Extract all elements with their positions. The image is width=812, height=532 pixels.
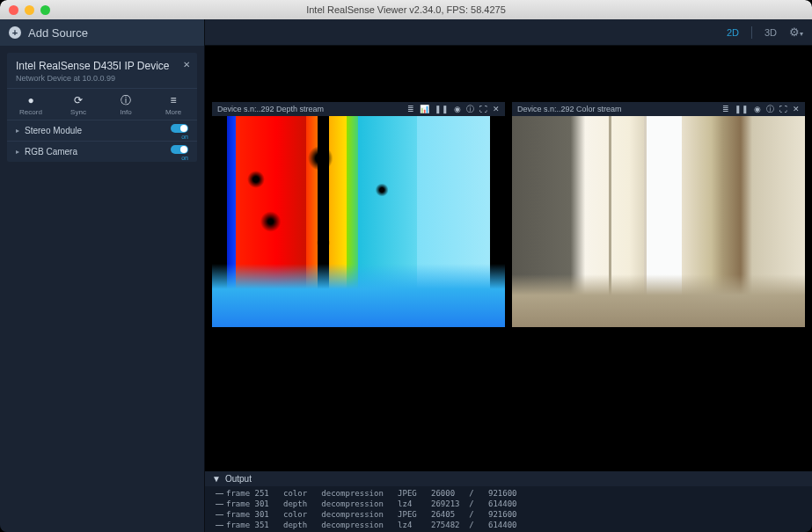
output-header[interactable]: ▼ Output: [205, 471, 812, 486]
minus-icon: —: [216, 499, 223, 508]
output-row: —frame 251 color decompression JPEG 2600…: [205, 488, 812, 499]
device-subtitle: Network Device at 10.0.0.99: [16, 74, 188, 83]
record-label: Record: [7, 108, 55, 116]
stream-toggle[interactable]: [171, 145, 188, 154]
window-titlebar: Intel RealSense Viewer v2.34.0, FPS: 58.…: [0, 0, 812, 19]
more-button[interactable]: ≡ More: [150, 89, 197, 120]
view-2d-button[interactable]: 2D: [723, 26, 743, 40]
output-title: Output: [225, 474, 252, 484]
sync-button[interactable]: ⟳ Sync: [55, 89, 102, 120]
output-row: —frame 301 color decompression JPEG 2640…: [205, 509, 812, 520]
window-zoom-button[interactable]: [40, 5, 50, 15]
topbar: 2D 3D ⚙▾: [205, 19, 812, 46]
add-source-button[interactable]: + Add Source: [0, 19, 204, 46]
record-button[interactable]: ● Record: [7, 89, 55, 120]
stream-toggle[interactable]: [171, 124, 188, 133]
settings-button[interactable]: ⚙▾: [789, 26, 803, 39]
info-icon[interactable]: ⓘ: [466, 104, 474, 115]
list-icon[interactable]: ≣: [722, 105, 729, 113]
device-card: Intel RealSense D435I IP Device Network …: [7, 53, 197, 162]
device-close-button[interactable]: ✕: [183, 60, 190, 69]
minus-icon: —: [216, 489, 223, 498]
color-stream-panel: Device s.n:..292 Color stream ≣ ❚❚ ◉ ⓘ ⛶…: [512, 116, 805, 327]
output-row: —frame 351 depth decompression lz4 27548…: [205, 520, 812, 530]
sidebar: + Add Source Intel RealSense D435I IP De…: [0, 19, 205, 532]
stream-toggle-state: on: [181, 134, 188, 140]
record-icon: ●: [7, 94, 55, 106]
divider: [751, 26, 752, 39]
chevron-right-icon: ▸: [16, 127, 19, 135]
view-3d-button[interactable]: 3D: [761, 26, 780, 40]
color-stream-canvas[interactable]: [512, 116, 805, 327]
chevron-right-icon: ▸: [16, 148, 19, 156]
fullscreen-icon[interactable]: ⛶: [779, 105, 787, 113]
sync-label: Sync: [55, 108, 102, 116]
more-icon: ≡: [150, 94, 197, 106]
info-icon[interactable]: ⓘ: [766, 104, 774, 115]
depth-stream-title: Device s.n:..292 Depth stream: [217, 105, 402, 113]
list-icon[interactable]: ≣: [407, 105, 414, 113]
pause-icon[interactable]: ❚❚: [735, 105, 749, 113]
info-icon: ⓘ: [102, 94, 150, 106]
close-icon[interactable]: ✕: [493, 105, 500, 113]
depth-stream-panel: Device s.n:..292 Depth stream ≣ 📊 ❚❚ ◉ ⓘ…: [212, 116, 505, 327]
info-label: Info: [102, 108, 150, 116]
stream-stereo-module[interactable]: ▸ Stereo Module on: [7, 120, 197, 141]
stream-rgb-camera[interactable]: ▸ RGB Camera on: [7, 141, 197, 162]
pause-icon[interactable]: ❚❚: [435, 105, 449, 113]
chevron-down-icon: ▾: [800, 30, 803, 38]
fullscreen-icon[interactable]: ⛶: [479, 105, 487, 113]
minus-icon: —: [216, 510, 223, 519]
output-panel: ▼ Output —frame 251 color decompression …: [205, 471, 812, 532]
window-title: Intel RealSense Viewer v2.34.0, FPS: 58.…: [0, 4, 812, 15]
info-button[interactable]: ⓘ Info: [102, 89, 150, 120]
window-minimize-button[interactable]: [25, 5, 34, 15]
stream-label: Stereo Module: [25, 126, 82, 135]
chevron-down-icon: ▼: [212, 474, 221, 484]
chart-icon[interactable]: 📊: [420, 105, 429, 113]
minus-icon: —: [216, 521, 223, 529]
close-icon[interactable]: ✕: [793, 105, 800, 113]
stream-toggle-state: on: [181, 155, 188, 161]
output-row: —frame 301 depth decompression lz4 26921…: [205, 499, 812, 509]
device-title: Intel RealSense D435I IP Device: [16, 60, 188, 72]
plus-icon: +: [9, 26, 21, 39]
snapshot-icon[interactable]: ◉: [454, 105, 461, 113]
snapshot-icon[interactable]: ◉: [754, 105, 761, 113]
depth-stream-canvas[interactable]: [212, 116, 505, 327]
gear-icon: ⚙: [789, 26, 800, 39]
color-stream-title: Device s.n:..292 Color stream: [517, 105, 717, 113]
window-close-button[interactable]: [9, 5, 18, 15]
stream-label: RGB Camera: [25, 147, 77, 157]
more-label: More: [150, 108, 197, 116]
sync-icon: ⟳: [55, 94, 102, 106]
add-source-label: Add Source: [28, 26, 88, 40]
